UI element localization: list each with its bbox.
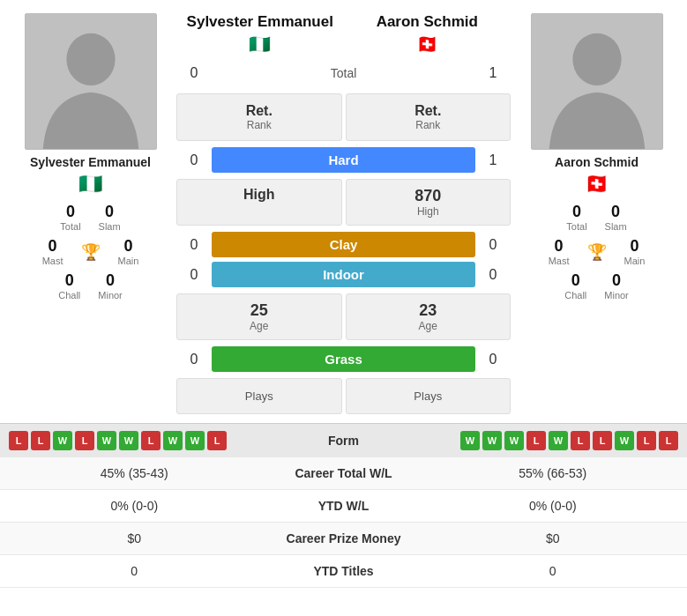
clay-score-left: 0 bbox=[176, 237, 212, 253]
right-high-value: 870 bbox=[364, 187, 493, 205]
high-boxes-row: High 870 High bbox=[176, 177, 511, 226]
left-header-flag: 🇳🇬 bbox=[176, 33, 344, 55]
right-trophy-section: 0 Mast 🏆 0 Main bbox=[549, 237, 646, 266]
indoor-surface-button[interactable]: Indoor bbox=[212, 262, 475, 287]
right-slam-stat: 0 Slam bbox=[605, 203, 627, 232]
form-badge: W bbox=[185, 431, 205, 450]
right-mast-label: Mast bbox=[549, 256, 570, 266]
center-column: Sylvester Emmanuel 🇳🇬 Aaron Schmid 🇨🇭 0 … bbox=[176, 13, 511, 414]
stats-left-value: 45% (35-43) bbox=[13, 466, 256, 480]
stats-row: 0 YTD Titles 0 bbox=[0, 555, 687, 588]
left-minor-stat: 0 Minor bbox=[98, 271, 123, 301]
left-rank-box: Ret. Rank bbox=[176, 93, 342, 141]
form-badge: W bbox=[119, 431, 138, 450]
right-slam-value: 0 bbox=[605, 203, 627, 221]
left-mast-value: 0 bbox=[42, 237, 63, 256]
total-score-right: 1 bbox=[475, 65, 511, 81]
indoor-surface-row[interactable]: 0 Indoor 0 bbox=[176, 262, 511, 287]
player-comparison-section: Sylvester Emmanuel 🇳🇬 0 Total 0 Slam 0 M… bbox=[0, 0, 687, 423]
stats-center-label: Career Total W/L bbox=[256, 466, 432, 480]
right-player-name: Aaron Schmid bbox=[555, 155, 638, 169]
form-badge: L bbox=[659, 431, 678, 450]
hard-surface-row: 0 Hard 1 bbox=[176, 147, 511, 173]
form-badge: L bbox=[9, 431, 28, 450]
right-player-avatar bbox=[531, 13, 663, 150]
stats-center-label: YTD Titles bbox=[256, 564, 432, 578]
left-plays-box: Plays bbox=[176, 378, 342, 414]
form-badge: W bbox=[53, 431, 72, 450]
left-header-name: Sylvester Emmanuel bbox=[176, 13, 344, 31]
right-slam-label: Slam bbox=[605, 221, 627, 232]
clay-surface-button[interactable]: Clay bbox=[212, 232, 475, 257]
form-badge: L bbox=[593, 431, 612, 450]
total-row: 0 Total 1 bbox=[176, 65, 511, 81]
left-high-box: High bbox=[176, 179, 342, 226]
form-section: LLWLWWLWWL Form WWWLWLLWLL bbox=[0, 423, 687, 457]
left-mast-stat: 0 Mast bbox=[42, 237, 63, 266]
main-container: Sylvester Emmanuel 🇳🇬 0 Total 0 Slam 0 M… bbox=[0, 0, 687, 588]
left-total-stat: 0 Total bbox=[60, 203, 80, 232]
right-age-value: 23 bbox=[364, 301, 493, 320]
rank-boxes-row: Ret. Rank Ret. Rank bbox=[176, 90, 511, 141]
right-header-name: Aaron Schmid bbox=[344, 13, 512, 31]
grass-score-left: 0 bbox=[176, 352, 212, 367]
names-header: Sylvester Emmanuel 🇳🇬 Aaron Schmid 🇨🇭 bbox=[176, 13, 511, 55]
right-high-sublabel: High bbox=[364, 205, 493, 218]
left-chall-label: Chall bbox=[58, 290, 80, 301]
grass-surface-button[interactable]: Grass bbox=[212, 346, 475, 372]
left-slam-label: Slam bbox=[99, 221, 121, 232]
form-badge: W bbox=[549, 431, 568, 450]
right-total-stat: 0 Total bbox=[566, 203, 586, 232]
stats-table: 45% (35-43) Career Total W/L 55% (66-53)… bbox=[0, 457, 687, 588]
stats-left-value: 0% (0-0) bbox=[13, 499, 256, 513]
form-badge: W bbox=[163, 431, 183, 450]
stats-row: 45% (35-43) Career Total W/L 55% (66-53) bbox=[0, 457, 687, 490]
form-badge: W bbox=[460, 431, 480, 450]
form-badge: L bbox=[31, 431, 50, 450]
left-age-box: 25 Age bbox=[176, 293, 342, 340]
clay-score-right: 0 bbox=[475, 237, 511, 253]
stats-right-value: $0 bbox=[432, 531, 675, 545]
left-rank-label: Rank bbox=[195, 119, 324, 131]
left-name-header: Sylvester Emmanuel 🇳🇬 bbox=[176, 13, 344, 55]
stats-right-value: 55% (66-53) bbox=[432, 466, 675, 480]
indoor-score-right: 0 bbox=[475, 267, 511, 283]
right-player-column: Aaron Schmid 🇨🇭 0 Total 0 Slam 0 Mast bbox=[515, 13, 678, 414]
clay-surface-row: 0 Clay 0 bbox=[176, 232, 511, 257]
left-form-badges: LLWLWWLWWL bbox=[9, 431, 291, 450]
form-badge: L bbox=[637, 431, 656, 450]
right-minor-value: 0 bbox=[604, 271, 629, 290]
left-chall-value: 0 bbox=[58, 271, 80, 290]
left-age-label: Age bbox=[195, 320, 324, 332]
right-player-stats: 0 Total 0 Slam bbox=[566, 203, 626, 232]
right-mast-stat: 0 Mast bbox=[549, 237, 570, 266]
stats-left-value: 0 bbox=[13, 564, 256, 578]
left-slam-value: 0 bbox=[99, 203, 121, 221]
left-mast-label: Mast bbox=[42, 256, 63, 266]
right-high-box: 870 High bbox=[346, 179, 512, 226]
left-age-value: 25 bbox=[195, 301, 324, 320]
form-badge: W bbox=[97, 431, 116, 450]
grass-surface-row: 0 Grass 0 bbox=[176, 346, 511, 372]
left-slam-stat: 0 Slam bbox=[99, 203, 121, 232]
hard-surface-button[interactable]: Hard bbox=[212, 147, 475, 173]
left-total-value: 0 bbox=[60, 203, 80, 221]
left-player-flag: 🇳🇬 bbox=[78, 173, 102, 196]
right-rank-label: Rank bbox=[364, 119, 493, 131]
right-header-flag: 🇨🇭 bbox=[344, 33, 512, 55]
right-chall-value: 0 bbox=[564, 271, 586, 290]
left-player-avatar bbox=[25, 13, 157, 150]
stats-right-value: 0% (0-0) bbox=[432, 499, 675, 513]
left-chall-section: 0 Chall 0 Minor bbox=[58, 271, 123, 301]
form-badge: W bbox=[482, 431, 502, 450]
left-high-value: High bbox=[195, 187, 324, 203]
form-badge: L bbox=[526, 431, 546, 450]
left-main-label: Main bbox=[118, 256, 139, 266]
left-trophy-icon-container: 🏆 bbox=[81, 242, 101, 262]
hard-score-left: 0 bbox=[176, 152, 212, 168]
form-badge: W bbox=[615, 431, 634, 450]
left-plays-label: Plays bbox=[195, 390, 324, 403]
left-player-stats: 0 Total 0 Slam bbox=[60, 203, 120, 232]
right-minor-stat: 0 Minor bbox=[604, 271, 629, 301]
plays-boxes-row: Plays Plays bbox=[176, 376, 511, 414]
